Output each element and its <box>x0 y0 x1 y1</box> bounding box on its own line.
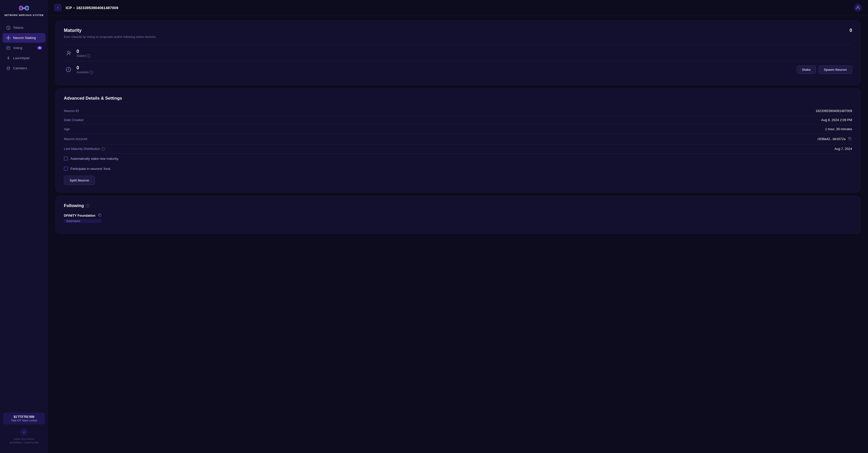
staked-amount: 0 <box>76 49 852 54</box>
logo-area: NETWORK NERVOUS SYSTEM <box>0 5 48 23</box>
spawn-neuron-button[interactable]: Spawn Neuron <box>818 65 852 74</box>
logo-text: NETWORK NERVOUS SYSTEM <box>4 13 44 17</box>
maturity-actions: Stake Spawn Neuron <box>797 65 852 74</box>
svg-point-5 <box>6 37 7 38</box>
following-card: Following i DFINITY Foundation Gov <box>56 196 861 234</box>
neurons-fund-checkbox[interactable] <box>64 167 68 171</box>
following-header: Following i <box>64 203 852 208</box>
sidebar-item-neuron-staking-label: Neuron Staking <box>13 36 36 40</box>
available-info-icon[interactable]: i <box>90 70 93 74</box>
svg-rect-21 <box>99 215 101 217</box>
svg-point-3 <box>8 36 9 37</box>
sidebar-footer-bottom: ‹ 100% on-chainINTERNET COMPUTER <box>0 428 48 448</box>
topbar: ‹ ICP – 18233953904061487009 <box>48 0 868 16</box>
auto-stake-checkbox[interactable] <box>64 157 68 161</box>
sidebar: NETWORK NERVOUS SYSTEM $ Tokens <box>0 0 48 453</box>
available-label: Available i <box>76 70 797 74</box>
following-item-dfinity-info: DFINITY Foundation Governance <box>64 213 102 223</box>
maturity-header: Maturity 0 <box>64 28 852 33</box>
svg-text:$: $ <box>7 27 9 29</box>
logo-icon <box>19 5 29 12</box>
on-chain-label: 100% on-chainINTERNET COMPUTER <box>9 437 39 445</box>
voting-icon <box>6 46 10 50</box>
svg-point-18 <box>67 51 69 53</box>
sidebar-item-canisters[interactable]: Canisters <box>2 63 45 73</box>
value-locked-box: $1'773'701'000 Total ICP Value Locked <box>3 413 45 424</box>
sidebar-item-launchpad-label: Launchpad <box>13 56 29 60</box>
svg-point-2 <box>7 37 9 38</box>
age-value: 1 hour, 39 minutes <box>825 127 852 131</box>
neuron-id-value: 18233953904061487009 <box>815 109 852 113</box>
svg-point-6 <box>9 37 10 38</box>
maturity-staked-row: 0 Staked i <box>64 45 852 61</box>
last-maturity-distribution-row: Last Maturity Distribution i Aug 7, 2024 <box>64 144 852 153</box>
neuron-account-value: c938a42...bb1672a <box>817 136 852 142</box>
svg-rect-20 <box>849 138 851 140</box>
staked-icon <box>64 49 73 58</box>
last-maturity-value: Aug 7, 2024 <box>834 147 852 151</box>
maturity-available-info: 0 Available i <box>76 65 797 74</box>
advanced-details-card: Advanced Details & Settings Neuron ID 18… <box>56 88 861 192</box>
staked-label: Staked i <box>76 54 852 58</box>
neuron-id-label: Neuron ID <box>64 109 79 113</box>
neuron-id-row: Neuron ID 18233953904061487009 <box>64 107 852 115</box>
auto-stake-checkbox-row: Automatically stake new maturity. <box>64 153 852 164</box>
neuron-account-label: Neuron Account <box>64 137 87 141</box>
topbar-nav: ‹ ICP – 18233953904061487009 <box>54 4 118 11</box>
date-created-row: Date Created Aug 8, 2024 2:09 PM <box>64 115 852 124</box>
launchpad-icon <box>6 56 10 60</box>
back-button[interactable]: ‹ <box>54 4 62 11</box>
following-item-dfinity: DFINITY Foundation Governance <box>64 213 852 223</box>
stake-button[interactable]: Stake <box>797 65 816 74</box>
age-label: Age <box>64 127 70 131</box>
following-dfinity-tag: Governance <box>64 219 102 223</box>
maturity-staked-info: 0 Staked i <box>76 49 852 58</box>
sidebar-item-tokens-label: Tokens <box>13 26 24 30</box>
sidebar-footer: $1'773'701'000 Total ICP Value Locked <box>0 408 48 428</box>
nav-items: $ Tokens Neuron Staking <box>0 23 48 408</box>
value-locked-label: Total ICP Value Locked <box>6 419 41 422</box>
neuron-icon <box>6 36 10 40</box>
maturity-available-row: 0 Available i Stake Spawn Neuron <box>64 61 852 78</box>
date-created-label: Date Created <box>64 118 83 122</box>
sidebar-item-canisters-label: Canisters <box>13 66 27 70</box>
sidebar-item-voting[interactable]: Voting 4 <box>2 43 45 53</box>
svg-point-17 <box>857 6 859 8</box>
split-neuron-button[interactable]: Split Neuron <box>64 176 95 185</box>
user-icon[interactable] <box>854 3 862 11</box>
following-dfinity-name: DFINITY Foundation <box>64 214 95 218</box>
following-dfinity-copy-button[interactable] <box>97 213 102 218</box>
maturity-title: Maturity <box>64 28 82 33</box>
main-content: ‹ ICP – 18233953904061487009 Maturity 0 … <box>48 0 868 453</box>
canister-icon <box>6 66 10 70</box>
sidebar-item-tokens[interactable]: $ Tokens <box>2 23 45 33</box>
panel-scroll: Maturity 0 Earn rewards by voting on pro… <box>48 16 868 453</box>
age-row: Age 1 hour, 39 minutes <box>64 124 852 134</box>
topbar-title: ICP – 18233953904061487009 <box>66 5 118 10</box>
collapse-sidebar-button[interactable]: ‹ <box>21 428 28 435</box>
sidebar-item-voting-label: Voting <box>13 46 22 50</box>
svg-rect-11 <box>7 47 10 49</box>
svg-point-14 <box>8 56 9 57</box>
neurons-fund-checkbox-row: Participate in neurons' fund. <box>64 164 852 174</box>
maturity-card: Maturity 0 Earn rewards by voting on pro… <box>56 21 861 85</box>
advanced-section-title: Advanced Details & Settings <box>64 96 852 101</box>
sidebar-item-neuron-staking[interactable]: Neuron Staking <box>2 33 45 43</box>
date-created-value: Aug 8, 2024 2:09 PM <box>821 118 852 122</box>
sidebar-item-launchpad[interactable]: Launchpad <box>2 53 45 63</box>
available-icon <box>64 65 73 74</box>
value-locked-amount: $1'773'701'000 <box>6 415 41 419</box>
token-icon: $ <box>6 26 10 30</box>
neurons-fund-label: Participate in neurons' fund. <box>70 167 111 171</box>
following-info-icon[interactable]: i <box>86 204 89 207</box>
profile-icon <box>856 5 860 10</box>
voting-badge: 4 <box>37 46 42 50</box>
neuron-account-copy-button[interactable] <box>847 136 852 142</box>
staked-info-icon[interactable]: i <box>87 54 90 58</box>
svg-point-15 <box>7 67 10 68</box>
last-maturity-info-icon[interactable]: i <box>101 147 105 151</box>
available-amount: 0 <box>76 65 797 70</box>
auto-stake-label: Automatically stake new maturity. <box>70 157 119 161</box>
svg-point-4 <box>8 39 9 40</box>
last-maturity-label: Last Maturity Distribution i <box>64 147 105 151</box>
